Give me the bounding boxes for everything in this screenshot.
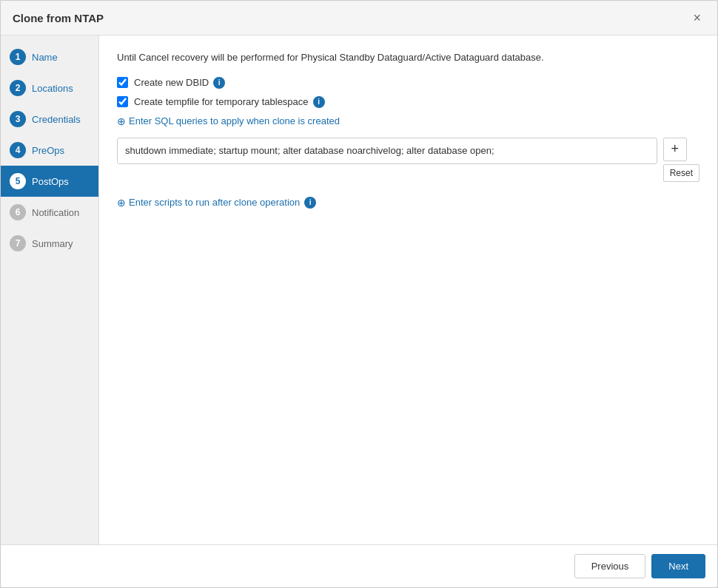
dialog-header: Clone from NTAP ×: [1, 1, 717, 36]
sidebar-item-postops[interactable]: 5 PostOps: [1, 166, 98, 197]
scripts-link-row: ⊕ Enter scripts to run after clone opera…: [117, 197, 699, 209]
scripts-link-icon: ⊕: [117, 197, 126, 209]
sql-input[interactable]: [117, 138, 657, 164]
sidebar-item-notification[interactable]: 6 Notification: [1, 197, 98, 228]
reset-sql-button[interactable]: Reset: [663, 164, 699, 182]
checkbox-tempfile-row: Create tempfile for temporary tablespace…: [117, 96, 699, 108]
add-sql-button[interactable]: +: [663, 138, 687, 161]
sidebar-item-credentials[interactable]: 3 Credentials: [1, 104, 98, 135]
step-circle-6: 6: [10, 204, 26, 220]
sql-link-row: ⊕ Enter SQL queries to apply when clone …: [117, 115, 699, 127]
sidebar-label-credentials: Credentials: [32, 114, 81, 125]
sidebar-label-notification: Notification: [32, 207, 79, 218]
sql-link-icon: ⊕: [117, 115, 126, 127]
previous-button[interactable]: Previous: [574, 554, 646, 578]
dbid-info-icon[interactable]: i: [213, 77, 225, 89]
sql-link[interactable]: Enter SQL queries to apply when clone is…: [129, 115, 340, 126]
checkbox-dbid-row: Create new DBID i: [117, 77, 699, 89]
sidebar: 1 Name 2 Locations 3 Credentials 4 PreOp…: [1, 36, 99, 544]
checkbox-tempfile[interactable]: [117, 96, 128, 107]
info-text: Until Cancel recovery will be performed …: [117, 50, 699, 65]
sidebar-label-locations: Locations: [32, 83, 73, 94]
checkbox-tempfile-label: Create tempfile for temporary tablespace: [134, 96, 309, 107]
checkbox-dbid-label: Create new DBID: [134, 77, 209, 88]
dialog-footer: Previous Next: [1, 544, 717, 587]
step-circle-5: 5: [10, 173, 26, 189]
dialog-body: 1 Name 2 Locations 3 Credentials 4 PreOp…: [1, 36, 717, 544]
sidebar-label-summary: Summary: [32, 238, 73, 249]
next-button[interactable]: Next: [651, 554, 705, 578]
tempfile-info-icon[interactable]: i: [313, 96, 325, 108]
step-circle-4: 4: [10, 142, 26, 158]
checkbox-dbid[interactable]: [117, 77, 128, 88]
step-circle-1: 1: [10, 49, 26, 65]
main-content: Until Cancel recovery will be performed …: [99, 36, 717, 544]
sidebar-label-name: Name: [32, 52, 58, 63]
dialog-title: Clone from NTAP: [13, 12, 104, 24]
sidebar-label-postops: PostOps: [32, 176, 69, 187]
sidebar-item-name[interactable]: 1 Name: [1, 41, 98, 72]
scripts-info-icon[interactable]: i: [304, 197, 316, 209]
sql-row: + Reset: [117, 138, 699, 182]
close-button[interactable]: ×: [688, 10, 705, 26]
scripts-link[interactable]: Enter scripts to run after clone operati…: [129, 197, 300, 208]
sidebar-item-preops[interactable]: 4 PreOps: [1, 135, 98, 166]
sidebar-item-summary[interactable]: 7 Summary: [1, 228, 98, 259]
step-circle-7: 7: [10, 235, 26, 251]
sql-btn-group: + Reset: [663, 138, 699, 182]
step-circle-3: 3: [10, 111, 26, 127]
step-circle-2: 2: [10, 80, 26, 96]
sidebar-item-locations[interactable]: 2 Locations: [1, 72, 98, 104]
sidebar-label-preops: PreOps: [32, 145, 64, 156]
clone-dialog: Clone from NTAP × 1 Name 2 Locations 3 C…: [0, 0, 718, 588]
